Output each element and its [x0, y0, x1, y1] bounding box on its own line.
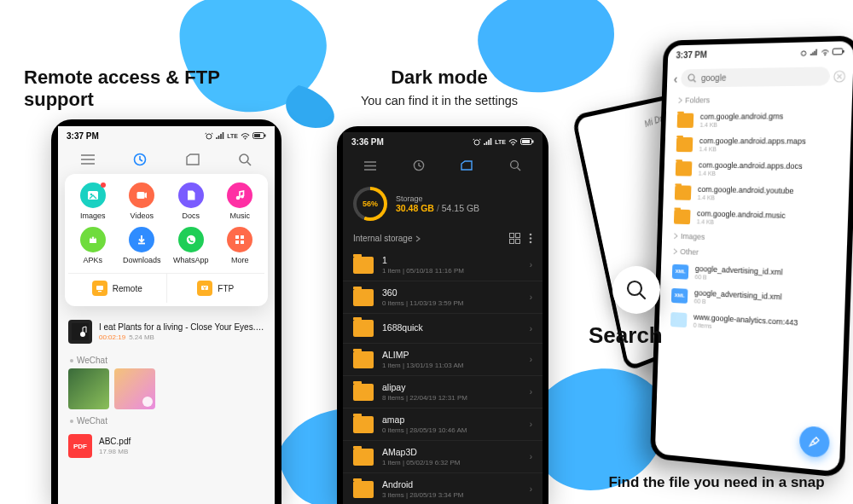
folder-name: ALIMP	[382, 350, 521, 360]
file-row[interactable]: PDF ABC.pdf 17.98 MB	[68, 429, 264, 463]
signal-icon	[484, 137, 492, 146]
svg-rect-27	[532, 141, 534, 143]
music-icon	[227, 182, 252, 208]
category-videos[interactable]: Videos	[118, 182, 167, 220]
file-size: 17.98 MB	[99, 448, 264, 455]
chevron-right-icon	[415, 235, 421, 242]
svg-rect-32	[516, 234, 520, 238]
category-label: Videos	[131, 211, 154, 220]
folder-row[interactable]: 1688quick›	[343, 314, 543, 344]
chevron-right-icon: ›	[530, 452, 532, 461]
folder-name: amap	[382, 414, 521, 425]
image-thumb[interactable]	[68, 368, 109, 409]
svg-point-39	[824, 54, 826, 55]
result-row[interactable]: com.google.android.gms1.4 KB	[665, 107, 851, 133]
category-label: More	[231, 256, 249, 264]
battery-icon	[520, 137, 534, 146]
result-group-folders[interactable]: Folders	[666, 90, 852, 107]
image-icon	[80, 182, 106, 208]
wifi-icon	[241, 131, 250, 140]
svg-point-6	[240, 154, 248, 163]
ftp-button[interactable]: FTP	[167, 274, 265, 303]
signal-icon	[810, 48, 819, 56]
chevron-right-icon: ›	[530, 355, 532, 364]
folder-name: alipay	[382, 382, 521, 392]
battery-icon	[833, 47, 845, 55]
search-heading: Search	[589, 322, 663, 349]
folder-row[interactable]: amap0 items | 28/05/19 10:46 AM›	[343, 408, 543, 441]
section-label: WeChat	[70, 356, 264, 365]
search-input[interactable]: google	[681, 67, 830, 87]
top-nav	[58, 145, 275, 174]
clear-icon[interactable]	[833, 70, 846, 83]
folder-row[interactable]: AMap3D1 item | 05/02/19 6:32 PM›	[343, 441, 543, 473]
folder-icon	[353, 257, 374, 274]
video-thumb[interactable]	[114, 368, 155, 409]
category-whatsapp[interactable]: WhatsApp	[166, 227, 216, 264]
category-more[interactable]: More	[216, 227, 265, 264]
result-row[interactable]: com.google.android.apps.maps1.4 KB	[664, 132, 850, 158]
search-button[interactable]	[498, 154, 532, 177]
folder-icon	[353, 416, 374, 433]
svg-point-11	[241, 195, 244, 199]
chevron-right-icon: ›	[530, 387, 532, 397]
remote-button[interactable]: Remote	[68, 274, 167, 303]
svg-point-30	[510, 161, 518, 169]
folder-icon	[353, 449, 374, 466]
storage-tab[interactable]	[176, 148, 210, 171]
menu-button[interactable]	[71, 148, 105, 171]
phone-search: 3:37 PM ‹ google Folders	[650, 36, 853, 478]
folder-icon	[353, 481, 374, 498]
folder-row[interactable]: 3600 items | 11/03/19 3:59 PM›	[343, 281, 543, 314]
chevron-right-icon: ›	[530, 293, 532, 302]
file-row[interactable]: I eat Plants for a living - Close Your E…	[68, 315, 264, 349]
lte-icon: LTE	[495, 139, 506, 145]
file-name: I eat Plants for a living - Close Your E…	[99, 322, 264, 332]
svg-rect-17	[235, 240, 239, 244]
category-docs[interactable]: Docs	[166, 182, 216, 220]
breadcrumb[interactable]: Internal storage	[353, 234, 421, 243]
menu-button[interactable]	[353, 154, 387, 177]
category-music[interactable]: Music	[216, 182, 265, 220]
category-label: WhatsApp	[173, 256, 209, 264]
storage-tab[interactable]	[450, 154, 484, 177]
storage-widget[interactable]: 56% Storage 30.48 GB / 54.15 GB	[343, 180, 543, 228]
svg-rect-41	[843, 49, 844, 52]
file-size: 5.24 MB	[129, 333, 154, 341]
chevron-right-icon: ›	[530, 324, 532, 333]
folder-meta: 1 item | 13/01/19 11:03 AM	[382, 362, 521, 369]
more-vert-icon[interactable]	[529, 233, 532, 244]
recent-tab[interactable]	[402, 154, 436, 177]
doc-icon	[178, 182, 204, 208]
svg-point-12	[90, 237, 92, 239]
category-downloads[interactable]: Downloads	[118, 227, 167, 264]
folder-row[interactable]: 11 item | 05/10/18 11:16 PM›	[343, 249, 543, 281]
folder-row[interactable]: ALIMP1 item | 13/01/19 11:03 AM›	[343, 344, 543, 376]
remote-label: Remote	[113, 284, 142, 293]
view-grid-icon[interactable]	[509, 233, 520, 244]
fab-button[interactable]	[799, 426, 830, 459]
category-images[interactable]: Images	[68, 182, 118, 220]
search-button[interactable]	[228, 148, 262, 171]
search-icon	[688, 73, 697, 83]
folder-icon	[676, 161, 693, 176]
folder-name: AMap3D	[382, 447, 521, 457]
status-bar: 3:36 PM LTE	[343, 132, 543, 151]
category-apks[interactable]: APKs	[68, 227, 118, 264]
recent-tab[interactable]	[123, 148, 157, 171]
result-row[interactable]: com.google.android.apps.docs1.4 KB	[664, 156, 850, 183]
svg-rect-19	[96, 286, 103, 290]
result-meta: 1.4 KB	[699, 171, 838, 178]
result-name: com.google.android.apps.maps	[699, 136, 838, 146]
result-meta: 1.4 KB	[699, 146, 838, 153]
pdf-icon: PDF	[68, 434, 92, 458]
back-button[interactable]: ‹	[674, 72, 678, 85]
folder-row[interactable]: Android3 items | 28/05/19 3:34 PM›	[343, 473, 543, 504]
svg-point-13	[94, 237, 96, 239]
svg-point-0	[206, 134, 212, 139]
search-query: google	[701, 73, 727, 84]
signal-icon	[216, 131, 224, 140]
category-label: Docs	[182, 211, 200, 220]
file-duration: 00:02:19	[99, 333, 125, 341]
folder-row[interactable]: alipay8 items | 22/04/19 12:31 PM›	[343, 376, 543, 408]
